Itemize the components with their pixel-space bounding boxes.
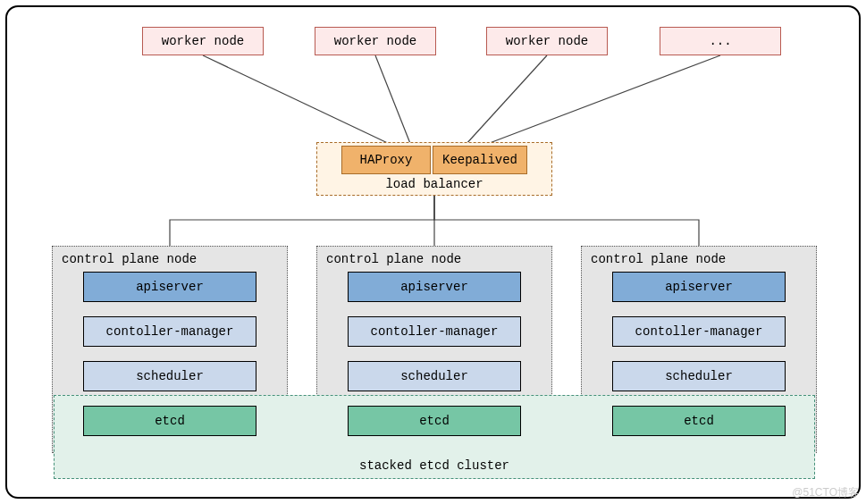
etcd-box: etcd — [348, 406, 521, 436]
etcd-label: etcd — [684, 414, 714, 428]
diagram-canvas: worker node worker node worker node ... … — [0, 0, 866, 504]
worker-node-ellipsis: ... — [660, 27, 781, 55]
controller-manager-label: contoller-manager — [106, 324, 234, 339]
apiserver-box: apiserver — [612, 272, 786, 302]
worker-node-3: worker node — [486, 27, 608, 55]
haproxy-box: HAProxy — [341, 146, 431, 174]
watermark: @51CTO博客 — [792, 485, 859, 500]
controller-manager-box: contoller-manager — [612, 316, 786, 347]
keepalived-box: Keepalived — [433, 146, 527, 174]
controller-manager-box: contoller-manager — [83, 316, 256, 347]
apiserver-box: apiserver — [348, 272, 521, 302]
scheduler-label: scheduler — [665, 369, 733, 383]
worker-node-label: worker node — [334, 34, 416, 48]
etcd-box: etcd — [612, 406, 786, 436]
worker-node-1: worker node — [142, 27, 264, 55]
controller-manager-label: contoller-manager — [635, 324, 763, 339]
worker-node-label: worker node — [162, 34, 244, 48]
apiserver-label: apiserver — [665, 280, 733, 294]
scheduler-box: scheduler — [348, 361, 521, 391]
apiserver-box: apiserver — [83, 272, 256, 302]
load-balancer-label: load balancer — [385, 177, 483, 191]
keepalived-label: Keepalived — [442, 153, 517, 167]
control-plane-node-label: control plane node — [591, 252, 726, 266]
apiserver-label: apiserver — [400, 280, 468, 294]
controller-manager-box: contoller-manager — [348, 316, 521, 347]
scheduler-label: scheduler — [136, 369, 204, 383]
worker-node-2: worker node — [315, 27, 436, 55]
control-plane-node-label: control plane node — [62, 252, 197, 266]
etcd-label: etcd — [155, 414, 185, 428]
worker-node-label: ... — [709, 34, 731, 48]
controller-manager-label: contoller-manager — [371, 324, 499, 339]
etcd-label: etcd — [419, 414, 450, 428]
scheduler-box: scheduler — [83, 361, 256, 391]
etcd-box: etcd — [83, 406, 256, 436]
scheduler-label: scheduler — [400, 369, 468, 383]
haproxy-label: HAProxy — [360, 153, 413, 167]
control-plane-node-label: control plane node — [326, 252, 461, 266]
stacked-etcd-cluster-label: stacked etcd cluster — [359, 458, 509, 473]
apiserver-label: apiserver — [136, 280, 204, 294]
worker-node-label: worker node — [506, 34, 588, 48]
scheduler-box: scheduler — [612, 361, 786, 391]
